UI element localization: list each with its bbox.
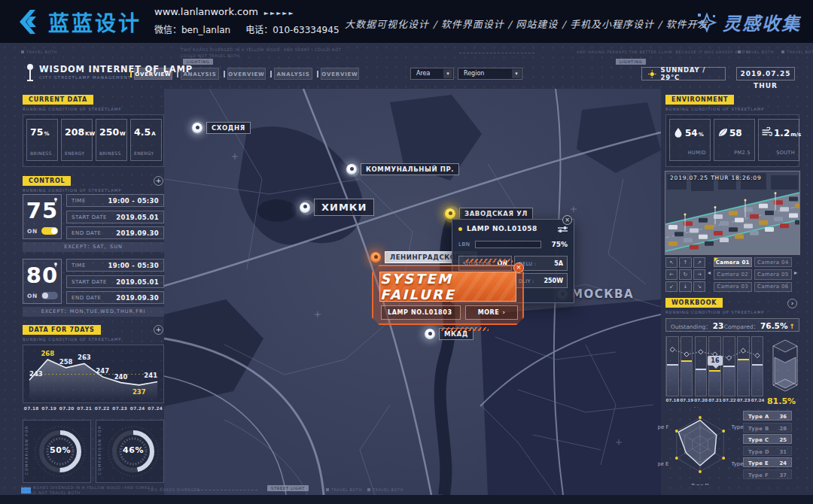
phone-contact: 电话：010-63334945 — [245, 25, 339, 35]
env-south: 1.2m/sSOUTH — [758, 119, 799, 161]
camera-prev-icon[interactable]: ◂ — [708, 269, 711, 276]
control-row-value: 2019.09.30 — [116, 229, 159, 237]
map-label-text: СХОДНЯ — [206, 122, 251, 134]
current-data-subtitle: RUNNING CONDITION OF STREETLAMP — [23, 107, 121, 111]
env-caption: PM2.5 — [734, 150, 751, 156]
svg-text:Type F: Type F — [658, 424, 669, 430]
week-x-label: 07.19 — [41, 406, 59, 411]
camera-button-4[interactable]: Camera 04 — [754, 257, 793, 267]
alert-title-area: SYSTEM FAILURE — [379, 272, 516, 302]
type-row-type-c[interactable]: Type C25 — [743, 434, 792, 444]
dpad-8[interactable]: ↘ — [693, 281, 705, 292]
dpad-1[interactable]: ↑ — [679, 257, 691, 268]
stat-energy-1: 208KWENERGY — [61, 119, 93, 161]
svg-text:Type D: Type D — [690, 483, 709, 485]
dpad-7[interactable]: ↓ — [679, 281, 691, 292]
map-label-kommunalny[interactable]: КОММУНАЛЬНЫЙ ПР. — [346, 163, 459, 175]
current-data-tag: CURRENT DATA — [23, 95, 93, 105]
street-light-badge: STREET LIGHT — [267, 485, 309, 491]
lamp-toggle[interactable] — [41, 292, 58, 299]
deco-text: COULD NOT TRAVEL BOTH — [181, 53, 240, 58]
type-row-type-d[interactable]: Type D31 — [743, 446, 792, 456]
map-label-zavodskaya[interactable]: ЗАВОДСКАЯ УЛ — [445, 208, 533, 220]
tab-overview-2[interactable]: OVERVIEW — [227, 68, 266, 80]
more-button[interactable]: MORE› — [465, 305, 518, 320]
week-data-subtitle: RUNNING CONDITION OF STREETLAMP — [23, 337, 121, 342]
tab-analysis-1[interactable]: ANALYSIS — [181, 68, 219, 80]
dpad-2[interactable]: ↗ — [693, 257, 705, 268]
dpad-4[interactable]: ↻ — [679, 269, 691, 280]
chevron-down-icon[interactable]: ▾ — [443, 69, 452, 78]
camera-button-2[interactable]: Camera 02 — [714, 269, 752, 279]
compared-stat: Compared： 76.5% ↑ — [724, 321, 795, 330]
type-row-type-e[interactable]: Type E24 — [743, 457, 792, 467]
website-url[interactable]: www.lanlanwork.com — [154, 6, 258, 17]
camera-button-3[interactable]: Camera 03 — [714, 282, 752, 292]
hatch-decoration — [464, 259, 513, 263]
chevron-down-icon[interactable]: ▾ — [512, 69, 521, 78]
type-label: Type C — [748, 437, 769, 443]
close-icon[interactable]: × — [562, 215, 572, 225]
leaf-icon — [717, 127, 728, 138]
week-x-label: 07.24 — [147, 406, 165, 411]
control-row-time[interactable]: TIME19:00 - 05:30 — [66, 259, 164, 272]
control-row-time[interactable]: TIME19:00 - 05:30 — [66, 194, 164, 207]
sliders-icon[interactable] — [558, 226, 568, 233]
expand-week-chart-button[interactable]: + — [154, 325, 163, 335]
type-value: 36 — [780, 414, 787, 420]
workbook-next-button[interactable]: › — [787, 299, 797, 308]
tab-overview-4[interactable]: OVERVIEW — [321, 68, 359, 80]
contact-line: 微信：ben_lanlan电话：010-63334945 — [154, 23, 340, 35]
control-row-value: 19:00 - 05:30 — [108, 262, 159, 269]
tab-overview-0[interactable]: OVERVIEW — [134, 68, 172, 80]
type-row-type-f[interactable]: Type F37 — [743, 469, 792, 479]
control-row-end-date[interactable]: END DATE2019.09.30 — [66, 291, 164, 304]
svg-text:Type E: Type E — [658, 461, 669, 467]
camera-scene-svg — [665, 172, 799, 254]
deco-text: TWO ROADS DIVERGED IN A YELLOW WOOD, AND… — [21, 485, 154, 490]
region-select[interactable]: Region ▾ — [458, 68, 522, 80]
alert-close-icon[interactable]: × — [513, 263, 524, 273]
control-row-start-date[interactable]: START DATE2019.05.01 — [66, 211, 164, 223]
type-row-type-b[interactable]: Type B28 — [743, 423, 792, 433]
comparison-gauge-2: COMPARISON FOR 46% — [96, 420, 164, 483]
control-row-start-date[interactable]: START DATE2019.05.01 — [66, 275, 164, 288]
env-humid: 54%HUMID — [669, 119, 711, 161]
dpad-5[interactable]: → — [693, 269, 705, 280]
camera-button-5[interactable]: Camera 05 — [754, 269, 793, 279]
camera-next-icon[interactable]: ▸ — [794, 269, 797, 276]
week-data-tag: DATA FOR 7DAYS — [23, 325, 101, 335]
lamp-pin-icon — [445, 208, 455, 219]
camera-button-1[interactable]: Camera 01 — [714, 257, 752, 267]
camera-button-6[interactable]: Camera 06 — [754, 282, 793, 292]
lamp-pin-icon — [425, 329, 435, 339]
svg-text:247: 247 — [96, 367, 109, 375]
svg-text:243: 243 — [29, 370, 43, 378]
add-schedule-button[interactable]: + — [154, 176, 163, 186]
deco-text: TRAVEL BOTH — [367, 487, 403, 492]
type-value: 24 — [780, 460, 787, 466]
week-line-chart: 243268258263247240237241 — [23, 345, 164, 403]
alert-title: SYSTEM FAILURE — [380, 272, 516, 302]
map-label-khimki[interactable]: ХИМКИ — [300, 199, 374, 216]
stat-value: 75% — [30, 126, 49, 138]
stat-caption: ENERGY — [65, 150, 85, 156]
week-x-label: 07.20 — [58, 406, 76, 411]
divider — [459, 53, 534, 53]
lamp-toggle[interactable] — [41, 227, 58, 235]
current-stats: 75%BRINESS208KWENERGY250WBRINESS4.5AENER… — [26, 119, 162, 161]
dpad-3[interactable]: ← — [665, 269, 678, 280]
lamp-level-value: 80 — [23, 263, 61, 288]
control-row-end-date[interactable]: END DATE2019.09.30 — [66, 226, 164, 239]
map-label-text: КОММУНАЛЬНЫЙ ПР. — [361, 163, 459, 175]
type-value: 37 — [780, 472, 787, 478]
stat-caption: ENERGY — [134, 150, 154, 156]
dpad-0[interactable]: ↖ — [665, 257, 678, 268]
env-value: 54% — [685, 128, 704, 138]
area-select[interactable]: Area ▾ — [410, 68, 454, 80]
map-label-skhodnya[interactable]: СХОДНЯ — [192, 122, 251, 134]
weather-display: SUNNDAY / 29°C — [641, 67, 726, 80]
type-row-type-a[interactable]: Type A36 — [743, 411, 792, 421]
tab-analysis-3[interactable]: ANALYSIS — [274, 68, 312, 80]
dpad-6[interactable]: ↙ — [665, 281, 678, 292]
